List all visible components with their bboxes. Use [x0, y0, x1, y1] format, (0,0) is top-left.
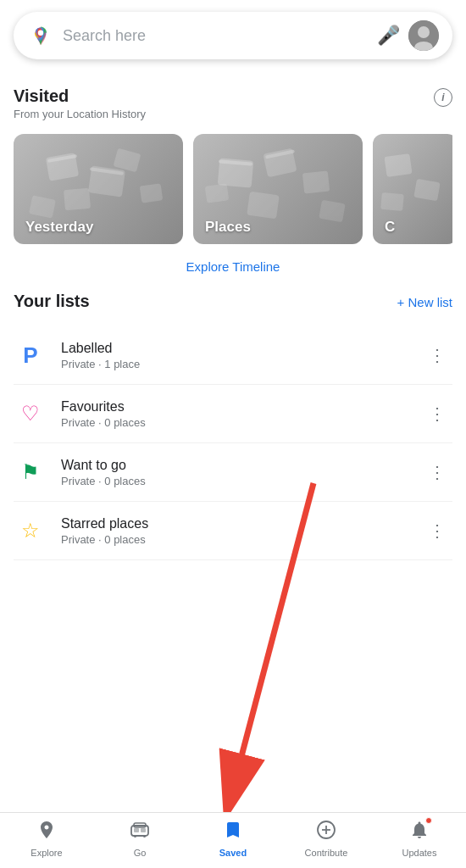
starred-info: Starred places Private · 0 places	[61, 516, 408, 546]
svg-rect-11	[114, 148, 141, 172]
nav-explore[interactable]: Explore	[21, 820, 72, 858]
timeline-cards: Yesterday Places	[14, 134, 452, 244]
go-nav-label: Go	[134, 848, 147, 858]
svg-point-29	[134, 835, 136, 837]
svg-rect-22	[384, 153, 412, 177]
card-label-third: C	[373, 210, 407, 244]
labelled-info: Labelled Private · 1 place	[61, 341, 408, 370]
svg-point-4	[418, 26, 430, 38]
timeline-card-third[interactable]: C	[373, 134, 452, 244]
card-label-places: Places	[193, 210, 263, 244]
starred-name: Starred places	[61, 516, 408, 531]
labelled-icon: P	[14, 338, 47, 372]
want-to-go-name: Want to go	[61, 458, 408, 473]
list-item-favourites[interactable]: ♡ Favourites Private · 0 places ⋮	[14, 385, 452, 443]
starred-more-icon[interactable]: ⋮	[422, 517, 452, 544]
svg-rect-12	[140, 183, 164, 203]
nav-updates[interactable]: Updates	[394, 820, 445, 858]
want-to-go-info: Want to go Private · 0 places	[61, 458, 408, 487]
lists-container: P Labelled Private · 1 place ⋮ ♡ Favouri…	[14, 326, 452, 560]
labelled-meta: Private · 1 place	[61, 358, 408, 370]
labelled-name: Labelled	[61, 341, 408, 356]
favourites-more-icon[interactable]: ⋮	[422, 400, 452, 427]
starred-icon: ☆	[14, 514, 47, 548]
lists-header: Your lists + New list	[14, 292, 452, 313]
card-label-yesterday: Yesterday	[14, 210, 105, 244]
new-list-button[interactable]: + New list	[397, 295, 452, 309]
svg-rect-24	[380, 192, 404, 211]
svg-rect-20	[319, 200, 345, 223]
contribute-nav-icon	[316, 820, 336, 845]
timeline-card-yesterday[interactable]: Yesterday	[14, 134, 183, 244]
favourites-icon: ♡	[14, 397, 47, 431]
favourites-info: Favourites Private · 0 places	[61, 399, 408, 429]
labelled-more-icon[interactable]: ⋮	[422, 342, 452, 369]
updates-nav-label: Updates	[402, 848, 437, 858]
want-to-go-meta: Private · 0 places	[61, 475, 408, 487]
explore-timeline-link[interactable]: Explore Timeline	[14, 256, 452, 292]
nav-saved[interactable]: Saved	[208, 820, 258, 858]
google-maps-logo-icon	[27, 22, 54, 49]
visited-title: Visited	[14, 86, 146, 106]
avatar[interactable]	[408, 20, 439, 51]
explore-nav-icon	[36, 820, 57, 845]
bottom-nav: Explore Go Saved	[0, 812, 466, 868]
updates-nav-icon	[409, 820, 430, 845]
list-item-starred[interactable]: ☆ Starred places Private · 0 places ⋮	[14, 502, 452, 560]
svg-rect-10	[64, 188, 91, 211]
visited-subtitle: From your Location History	[14, 108, 146, 120]
explore-nav-label: Explore	[31, 848, 62, 858]
svg-rect-19	[302, 170, 330, 193]
saved-nav-label: Saved	[219, 848, 247, 858]
info-icon[interactable]: i	[434, 88, 452, 107]
list-item-want-to-go[interactable]: ⚑ Want to go Private · 0 places ⋮	[14, 443, 452, 502]
want-to-go-icon: ⚑	[14, 455, 47, 489]
svg-point-2	[38, 31, 43, 36]
lists-title: Your lists	[14, 292, 90, 311]
svg-point-30	[143, 835, 146, 837]
saved-nav-icon	[223, 820, 243, 845]
main-content: Visited From your Location History i	[0, 71, 466, 628]
favourites-name: Favourites	[61, 399, 408, 415]
want-to-go-more-icon[interactable]: ⋮	[422, 459, 452, 486]
visited-section-header: Visited From your Location History i	[14, 71, 452, 134]
list-item-labelled[interactable]: P Labelled Private · 1 place ⋮	[14, 326, 452, 385]
explore-timeline-anchor[interactable]: Explore Timeline	[186, 259, 280, 274]
nav-go[interactable]: Go	[114, 820, 165, 858]
svg-rect-32	[141, 828, 146, 832]
timeline-card-places[interactable]: Places	[193, 134, 363, 244]
contribute-nav-label: Contribute	[305, 848, 348, 858]
svg-rect-23	[413, 179, 440, 202]
nav-contribute[interactable]: Contribute	[301, 820, 352, 858]
search-input[interactable]: Search here	[63, 27, 369, 45]
svg-rect-21	[205, 183, 230, 203]
notification-badge	[425, 817, 432, 824]
svg-rect-31	[134, 828, 139, 832]
favourites-meta: Private · 0 places	[61, 416, 408, 429]
go-nav-icon	[130, 820, 150, 845]
search-bar[interactable]: Search here 🎤	[14, 12, 452, 59]
starred-meta: Private · 0 places	[61, 533, 408, 546]
microphone-icon[interactable]: 🎤	[377, 25, 400, 47]
